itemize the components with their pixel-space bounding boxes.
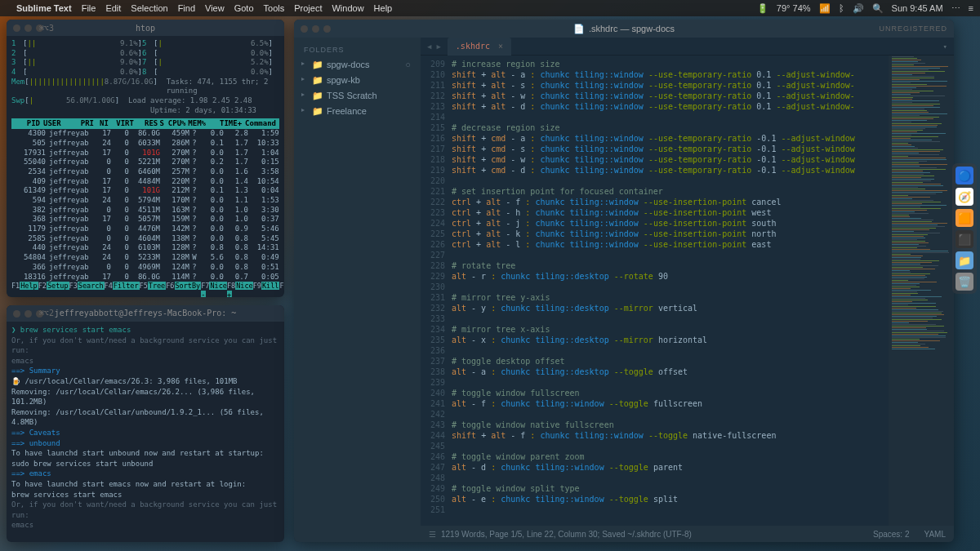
traffic-close-icon[interactable] xyxy=(13,310,20,318)
menu-selection[interactable]: Selection xyxy=(131,3,167,13)
nav-fwd-icon[interactable]: ▶ xyxy=(436,42,440,51)
volume-icon[interactable]: 🔊 xyxy=(853,3,864,14)
term-line: ==> Summary xyxy=(11,366,279,376)
process-row[interactable]: 2534jeffreyab006460M257M?0.01.63:58.35/A… xyxy=(11,167,279,177)
menubar: Sublime Text FileEditSelectionFindViewGo… xyxy=(0,0,980,16)
folder-icon: 📁 xyxy=(312,75,323,85)
htop-titlebar[interactable]: ⌘⌥3 htop xyxy=(7,20,284,36)
status-syntax[interactable]: YAML xyxy=(924,530,947,539)
process-row[interactable]: 4300jeffreyab17086.0G459M?0.02.81:59.83/… xyxy=(11,129,279,139)
code-line: shift + alt - d : chunkc tiling::window … xyxy=(452,101,889,112)
sidebar-item[interactable]: 📁spgw-kb xyxy=(294,73,421,88)
menu-tools[interactable]: Tools xyxy=(264,3,285,13)
menu-edit[interactable]: Edit xyxy=(105,3,121,13)
bluetooth-icon[interactable]: ᛒ xyxy=(839,3,844,13)
folder-icon: 📁 xyxy=(312,106,323,116)
process-row[interactable]: 17931jeffreyab170101G270M?0.01.71:04.68/… xyxy=(11,149,279,158)
process-row[interactable]: 594jeffreyab2405794M170M?0.01.11:53.71/A… xyxy=(11,196,279,206)
menu-view[interactable]: View xyxy=(205,3,225,13)
code-line: alt - y : chunkc tiling::desktop --mirro… xyxy=(452,303,889,313)
sidebar-item[interactable]: 📁TSS Scratch xyxy=(294,88,421,104)
process-header[interactable]: PIDUSERPRINIVIRTRESSCPU%MEM%TIME+Command xyxy=(11,118,279,130)
status-left: 1219 Words, Page 1/5, Line 22, Column 30… xyxy=(441,530,692,539)
process-row[interactable]: 366jeffreyab004969M124M?0.00.80:51.34/Sy… xyxy=(11,263,279,273)
dock-app-icon[interactable]: 🗑️ xyxy=(956,273,973,291)
process-row[interactable]: 409jeffreyab1704484M220M?0.01.410:54.83/… xyxy=(11,177,279,187)
gutter: 2092102112122132142152162172182192202212… xyxy=(421,56,452,526)
nav-back-icon[interactable]: ◀ xyxy=(427,42,431,51)
folder-icon: 📁 xyxy=(312,60,323,69)
process-row[interactable]: 55040jeffreyab005221M270M?0.21.70:15.80/… xyxy=(11,158,279,167)
code-line xyxy=(452,345,889,356)
menu-project[interactable]: Project xyxy=(294,3,322,13)
process-row[interactable]: 1179jeffreyab004476M142M?0.00.95:46.78/S… xyxy=(11,224,279,234)
control-center-icon[interactable]: ⋯ xyxy=(951,3,960,14)
traffic-close-icon[interactable] xyxy=(13,24,20,32)
menu-file[interactable]: File xyxy=(82,3,96,13)
term-line: To have launchd start emacs now and rest… xyxy=(11,479,279,490)
terminal-body[interactable]: ❯ brew services start emacsOr, if you do… xyxy=(7,322,284,542)
unregistered-label: UNREGISTERED xyxy=(879,24,947,33)
traffic-max-icon[interactable] xyxy=(323,25,331,33)
dock-app-icon[interactable]: 🧭 xyxy=(956,188,973,206)
code-line: # toggle window native fullscreen xyxy=(452,420,889,430)
minimap[interactable] xyxy=(889,56,954,526)
traffic-min-icon[interactable] xyxy=(24,24,32,32)
traffic-min-icon[interactable] xyxy=(24,310,32,318)
sublime-window: 📄 .skhdrc — spgw-docs UNREGISTERED FOLDE… xyxy=(294,20,954,542)
menubar-app[interactable]: Sublime Text xyxy=(16,3,72,13)
tab-skhdrc[interactable]: .skhdrc× xyxy=(448,38,511,56)
process-row[interactable]: 2585jeffreyab004604M138M?0.00.85:45.05/S… xyxy=(11,234,279,244)
traffic-min-icon[interactable] xyxy=(312,25,319,33)
battery-icon[interactable]: 🔋 xyxy=(757,3,768,14)
code-line: # rotate tree xyxy=(452,260,889,271)
process-row[interactable]: 505jeffreyab2406033M286M?0.11.710:33.24/… xyxy=(11,139,279,149)
dock-app-icon[interactable]: 🔵 xyxy=(956,167,973,184)
term-line: ❯ brew services start chunkwm xyxy=(11,540,279,542)
code-line: ctrl + alt - h : chunkc tiling::window -… xyxy=(452,207,889,218)
wifi-icon[interactable]: 📶 xyxy=(819,3,831,14)
htop-fkey-bar[interactable]: F1HelpF2SetupF3SearchF4FilterF5TreeF6Sor… xyxy=(11,282,279,297)
code-area[interactable]: # increase region sizeshift + alt - a : … xyxy=(452,56,889,526)
code-line xyxy=(452,473,889,483)
subl-titlebar[interactable]: 📄 .skhdrc — spgw-docs UNREGISTERED xyxy=(294,20,954,38)
code-line: shift + cmd - s : chunkc tiling::window … xyxy=(452,144,889,154)
swp-value: 56.0M/1.00G xyxy=(66,96,115,106)
term-line: emacs xyxy=(11,520,279,531)
dock-app-icon[interactable]: ⬛ xyxy=(956,230,973,248)
menu-window[interactable]: Window xyxy=(332,3,363,13)
tab-overflow-icon[interactable]: ▾ xyxy=(943,42,947,51)
editor[interactable]: 2092102112122132142152162172182192202212… xyxy=(421,56,954,526)
code-line: alt - a : chunkc tiling::desktop --toggl… xyxy=(452,367,889,377)
process-row[interactable]: 368jeffreyab1705057M159M?0.01.00:37.05/S… xyxy=(11,215,279,224)
traffic-close-icon[interactable] xyxy=(301,25,308,33)
menu-find[interactable]: Find xyxy=(178,3,195,13)
notifications-icon[interactable]: ≡ xyxy=(969,3,973,13)
code-line: # mirror tree y-axis xyxy=(452,292,889,303)
dock-app-icon[interactable]: 🟧 xyxy=(956,209,973,227)
cpu-meter: 3[||9.0%] xyxy=(11,58,142,68)
file-icon: 📄 xyxy=(573,24,585,34)
term-line: 🍺 /usr/local/Cellar/emacs/26.3: 3,986 fi… xyxy=(11,376,279,387)
sidebar-item[interactable]: 📁Freelance xyxy=(294,104,421,119)
process-row[interactable]: 382jeffreyab004511M163M?0.01.03:30.35/Sy… xyxy=(11,206,279,216)
close-icon[interactable]: × xyxy=(498,42,503,51)
term-line: ❯ brew services start emacs xyxy=(11,325,279,335)
search-icon[interactable]: 🔍 xyxy=(872,3,884,14)
status-menu-icon[interactable]: ☰ xyxy=(429,530,436,539)
clock[interactable]: Sun 9:45 AM xyxy=(892,3,943,13)
terminal-window: ⌘⌥2 jeffreyabbott@Jeffreys-MacBook-Pro: … xyxy=(7,305,284,542)
status-spaces[interactable]: Spaces: 2 xyxy=(873,530,909,539)
menu-help[interactable]: Help xyxy=(374,3,393,13)
process-row[interactable]: 61349jeffreyab170101G212M?0.11.30:04.89/… xyxy=(11,186,279,196)
process-row[interactable]: 18316jeffreyab17086.0G114M?0.00.70:05.10… xyxy=(11,273,279,282)
load-text: Load average: 1.98 2.45 2.48 xyxy=(128,96,252,106)
process-row[interactable]: 440jeffreyab2406103M128M?0.80.814:31.24/… xyxy=(11,243,279,253)
sidebar-item[interactable]: 📁spgw-docs○ xyxy=(294,57,421,73)
code-line xyxy=(452,112,889,122)
process-row[interactable]: 54804jeffreyab2405233M128MW5.60.80:49.57… xyxy=(11,253,279,263)
menu-goto[interactable]: Goto xyxy=(234,3,254,13)
code-line: # decrease region size xyxy=(452,122,889,133)
dock-app-icon[interactable]: 📁 xyxy=(956,251,973,269)
term-titlebar[interactable]: ⌘⌥2 jeffreyabbott@Jeffreys-MacBook-Pro: … xyxy=(7,305,284,322)
